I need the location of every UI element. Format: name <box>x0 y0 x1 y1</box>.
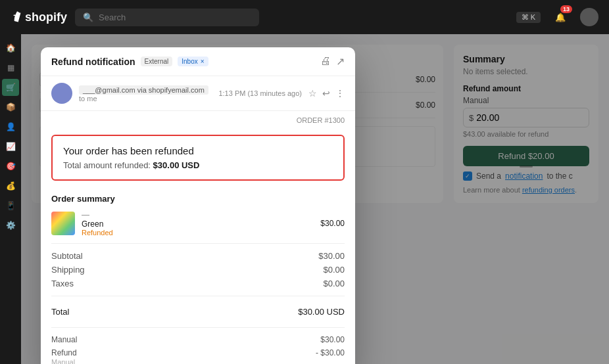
email-meta-icons: ☆ ↩ ⋮ <box>308 88 345 99</box>
product-row: — Green Refunded $30.00 <box>51 210 345 237</box>
sidebar-item-products[interactable]: 📦 <box>2 99 19 116</box>
reply-icon[interactable]: ↩ <box>322 88 330 99</box>
sender-to: to me <box>79 95 212 102</box>
notification-badge: 13 <box>560 5 572 13</box>
refund-row-sublabel: Manual <box>51 358 75 364</box>
search-input[interactable] <box>99 12 251 22</box>
inbox-close-icon[interactable]: × <box>201 58 205 65</box>
shipping-row: Shipping $0.00 <box>51 263 345 277</box>
order-summary-section: Order summary — Green Refunded $30.00 <box>41 186 355 364</box>
product-info: — Green Refunded <box>82 210 314 237</box>
sidebar-item-analytics[interactable]: 📈 <box>2 138 19 155</box>
refund-row-label: Refund <box>51 348 77 357</box>
topbar-right: ⌘ K 🔔 13 <box>516 8 598 26</box>
subtotal-label: Subtotal <box>51 251 83 261</box>
email-time: 1:13 PM (13 minutes ago) <box>218 89 302 97</box>
sidebar-item-orders[interactable]: 🛒 <box>2 79 19 96</box>
order-summary-title: Order summary <box>51 194 345 204</box>
sidebar-item-marketing[interactable]: 🎯 <box>2 158 19 175</box>
sender-email: ___@gmail.com via shopifyemail.com <box>79 85 208 95</box>
total-row: Total $30.00 USD <box>51 302 345 322</box>
sidebar: 🏠 ▦ 🛒 📦 👤 📈 🎯 💰 📱 ⚙️ <box>0 34 21 364</box>
taxes-label: Taxes <box>51 279 74 288</box>
modal-overlay: Refund notification External Inbox × 🖨 ↗ <box>21 34 609 364</box>
modal-header: Refund notification External Inbox × 🖨 ↗ <box>41 47 355 76</box>
taxes-value: $0.00 <box>323 279 345 288</box>
shipping-label: Shipping <box>51 265 85 275</box>
divider-3 <box>51 327 345 328</box>
manual-row-label: Manual <box>51 335 77 344</box>
sender-info: ___@gmail.com via shopifyemail.com to me <box>79 85 212 102</box>
sidebar-item-discounts[interactable]: 💰 <box>2 177 19 194</box>
refund-notice-amount: Total amount refunded: $30.00 USD <box>63 160 333 170</box>
product-refunded-badge: Refunded <box>82 229 314 237</box>
main-content: San Francisco - Retail Store $0.00 $0.00 <box>21 34 609 364</box>
divider-1 <box>51 243 345 244</box>
print-button[interactable]: 🖨 <box>320 55 331 68</box>
order-number: ORDER #1300 <box>41 111 355 129</box>
divider-2 <box>51 296 345 296</box>
product-thumbnail <box>51 212 75 235</box>
keyboard-shortcut: ⌘ K <box>516 12 541 23</box>
notification-bell[interactable]: 🔔 13 <box>551 8 570 26</box>
subtotal-row: Subtotal $30.00 <box>51 249 345 263</box>
refund-notice-box: Your order has been refunded Total amoun… <box>51 135 345 181</box>
badge-external: External <box>141 57 173 66</box>
star-icon[interactable]: ☆ <box>308 88 317 99</box>
main-layout: 🏠 ▦ 🛒 📦 👤 📈 🎯 💰 📱 ⚙️ San Francisco - Ret… <box>0 34 609 364</box>
email-meta: ___@gmail.com via shopifyemail.com to me… <box>41 76 355 111</box>
sender-avatar <box>51 83 72 104</box>
total-value: $30.00 USD <box>298 307 345 317</box>
sidebar-item-home[interactable]: 🏠 <box>2 39 19 57</box>
product-price: $30.00 <box>320 219 345 228</box>
sidebar-item-apps[interactable]: 📱 <box>2 197 19 214</box>
refund-amount-value: $30.00 USD <box>153 160 200 170</box>
topbar: shopify 🔍 ⌘ K 🔔 13 <box>0 0 609 34</box>
refund-row: Refund Manual - $30.00 <box>51 346 345 364</box>
sidebar-item-dashboard[interactable]: ▦ <box>2 59 19 76</box>
user-avatar[interactable] <box>580 8 598 26</box>
email-body: ORDER #1300 Your order has been refunded… <box>41 111 355 364</box>
shipping-value: $0.00 <box>323 265 345 275</box>
modal-actions: 🖨 ↗ <box>320 55 345 68</box>
more-options-icon[interactable]: ⋮ <box>335 88 345 99</box>
sidebar-item-settings[interactable]: ⚙️ <box>2 217 19 234</box>
email-modal: Refund notification External Inbox × 🖨 ↗ <box>41 47 355 364</box>
shopify-logo: shopify <box>11 11 67 24</box>
external-link-button[interactable]: ↗ <box>336 55 345 68</box>
modal-title: Refund notification <box>51 57 135 67</box>
manual-row: Manual $30.00 <box>51 333 345 346</box>
total-label: Total <box>51 307 69 317</box>
sidebar-item-customers[interactable]: 👤 <box>2 118 19 135</box>
product-name: — <box>82 210 314 219</box>
refund-notice-title: Your order has been refunded <box>63 145 333 156</box>
refund-row-value: - $30.00 <box>316 348 345 364</box>
subtotal-value: $30.00 <box>318 251 345 261</box>
totals-section: Subtotal $30.00 Shipping $0.00 Taxes $0.… <box>51 249 345 364</box>
product-variant: Green <box>82 219 314 229</box>
taxes-row: Taxes $0.00 <box>51 277 345 290</box>
manual-row-value: $30.00 <box>320 335 345 344</box>
badge-inbox: Inbox × <box>178 57 208 66</box>
search-icon: 🔍 <box>83 12 93 22</box>
search-bar[interactable]: 🔍 <box>75 9 259 26</box>
